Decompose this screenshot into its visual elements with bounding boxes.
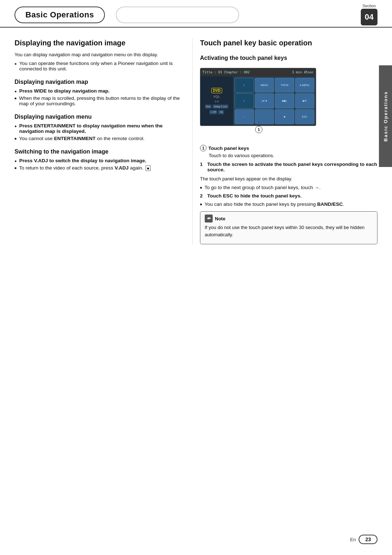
left-main-title: Displaying the navigation image [15, 38, 181, 48]
header-oval-decoration [116, 7, 239, 23]
step-1-num: 1 [200, 162, 205, 167]
sub2-bullet-2-text: You cannot use ENTERTAINMENT on the remo… [19, 136, 144, 141]
chapter-sidebar: Basic Operations [379, 65, 392, 167]
sub1-bullet-2-text: When the map is scrolled, pressing this … [19, 95, 181, 106]
step-1: 1 Touch the screen to activate the touch… [200, 162, 377, 172]
sub3-bullet-1-text: Press V.ADJ to switch the display to nav… [19, 158, 146, 163]
note-header: ✏ Note [205, 215, 373, 223]
sub1-bullet-2: When the map is scrolled, pressing this … [15, 95, 181, 106]
callout-1-circle: 1 [255, 126, 262, 133]
footer-lang: En [350, 537, 356, 542]
callout-1-desc: Touch to do various operations. [200, 152, 377, 159]
sub3-bullet-1: Press V.ADJ to switch the display to nav… [15, 158, 181, 163]
step-2-bullet: You can also hide the touch panel keys b… [200, 201, 377, 207]
sub1-bullet-1-text: Press WIDE to display navigation map. [19, 88, 110, 94]
right-column: Touch panel key basic operation Activati… [192, 38, 377, 244]
section-box: Section 04 [361, 4, 377, 25]
step-1-text: Touch the screen to activate the touch p… [207, 162, 377, 172]
sub3-bullet-2-text: To return to the video of each source, p… [19, 165, 150, 171]
left-bullet-1-text: You can operate these functions only whe… [19, 61, 181, 72]
note-text: If you do not use the touch panel keys w… [205, 224, 373, 238]
step-1-bullet-text: To go to the next group of touch panel k… [204, 185, 320, 190]
left-bullet-1: You can operate these functions only whe… [15, 61, 181, 72]
sub3-title: Switching to the navigation image [15, 148, 181, 155]
step-2-num: 2 [200, 193, 205, 199]
touch-panel-screenshot: Title : 01 Chapter : 002 3 min 45sec DVD… [200, 68, 316, 126]
step-1-desc: The touch panel keys appear on the displ… [200, 175, 377, 183]
section-label: Section [363, 4, 376, 8]
note-icon: ✏ [205, 215, 213, 223]
step-2-bullet-text: You can also hide the touch panel keys b… [204, 201, 344, 207]
sub2-title: Displaying navigation menu [15, 114, 181, 120]
sub1-title: Displaying navigation map [15, 79, 181, 85]
main-content: Displaying the navigation image You can … [0, 28, 392, 255]
page-title: Basic Operations [15, 7, 105, 23]
sub2-bullet-1: Press ENTERTAINMENT to display navigatio… [15, 123, 181, 134]
sidebar-label: Basic Operations [383, 91, 388, 142]
sub1-bullet-1: Press WIDE to display navigation map. [15, 88, 181, 94]
sub2-bullet-1-text: Press ENTERTAINMENT to display navigatio… [19, 123, 181, 134]
sub2-bullet-2: You cannot use ENTERTAINMENT on the remo… [15, 136, 181, 141]
page-header: Basic Operations Section 04 [0, 0, 392, 28]
callout-1-row: 1 Touch panel keys [200, 145, 377, 151]
step-1-bullet: To go to the next group of touch panel k… [200, 185, 377, 190]
step-2-text: Touch ESC to hide the touch panel keys. [207, 193, 302, 199]
callout-1-label: Touch panel keys [208, 146, 249, 151]
sub3-bullet-2: To return to the video of each source, p… [15, 165, 181, 171]
callout-1-num: 1 [200, 145, 207, 151]
right-sub1-title: Activating the touch panel keys [200, 55, 377, 61]
note-label: Note [215, 216, 225, 221]
left-column: Displaying the navigation image You can … [15, 38, 192, 244]
step-2: 2 Touch ESC to hide the touch panel keys… [200, 193, 377, 199]
note-box: ✏ Note If you do not use the touch panel… [200, 211, 377, 244]
right-main-title: Touch panel key basic operation [200, 38, 377, 48]
footer-page: 23 [359, 535, 377, 544]
page-footer: En 23 [350, 535, 377, 544]
left-intro: You can display navigation map and navig… [15, 51, 181, 58]
section-number: 04 [361, 9, 377, 25]
